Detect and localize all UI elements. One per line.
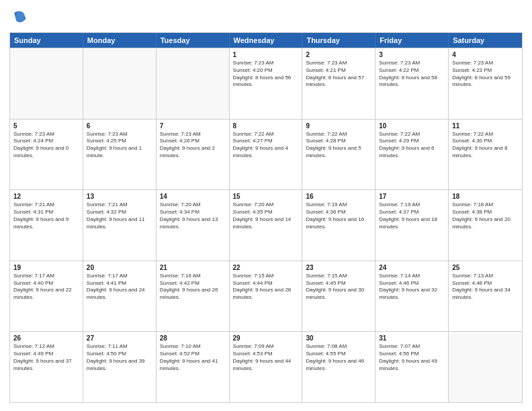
day-cell-12: 12Sunrise: 7:21 AM Sunset: 4:31 PM Dayli…	[10, 190, 83, 261]
day-details: Sunrise: 7:16 AM Sunset: 4:42 PM Dayligh…	[160, 273, 226, 302]
day-cell-4: 4Sunrise: 7:23 AM Sunset: 4:23 PM Daylig…	[449, 48, 522, 119]
weekday-header-monday: Monday	[83, 33, 157, 48]
day-details: Sunrise: 7:13 AM Sunset: 4:48 PM Dayligh…	[452, 273, 519, 302]
day-details: Sunrise: 7:09 AM Sunset: 4:53 PM Dayligh…	[233, 343, 299, 372]
day-details: Sunrise: 7:23 AM Sunset: 4:22 PM Dayligh…	[379, 60, 445, 89]
calendar-row-1: 1Sunrise: 7:23 AM Sunset: 4:20 PM Daylig…	[10, 48, 522, 119]
day-details: Sunrise: 7:17 AM Sunset: 4:40 PM Dayligh…	[13, 273, 79, 302]
day-number: 13	[87, 193, 152, 200]
day-details: Sunrise: 7:19 AM Sunset: 4:37 PM Dayligh…	[379, 201, 445, 230]
day-cell-22: 22Sunrise: 7:15 AM Sunset: 4:44 PM Dayli…	[230, 261, 303, 332]
day-number: 8	[233, 122, 299, 130]
day-cell-6: 6Sunrise: 7:23 AM Sunset: 4:25 PM Daylig…	[83, 120, 157, 190]
day-number: 25	[452, 264, 519, 271]
day-number: 29	[233, 334, 299, 342]
day-cell-11: 11Sunrise: 7:22 AM Sunset: 4:30 PM Dayli…	[449, 120, 522, 190]
day-cell-27: 27Sunrise: 7:11 AM Sunset: 4:50 PM Dayli…	[83, 332, 157, 402]
day-number: 10	[379, 122, 445, 130]
day-details: Sunrise: 7:23 AM Sunset: 4:21 PM Dayligh…	[306, 60, 371, 89]
day-number: 5	[13, 122, 79, 130]
day-number: 15	[233, 193, 299, 200]
day-cell-20: 20Sunrise: 7:17 AM Sunset: 4:41 PM Dayli…	[83, 261, 157, 332]
day-details: Sunrise: 7:23 AM Sunset: 4:26 PM Dayligh…	[160, 131, 226, 160]
day-cell-10: 10Sunrise: 7:22 AM Sunset: 4:29 PM Dayli…	[375, 120, 449, 190]
day-details: Sunrise: 7:23 AM Sunset: 4:20 PM Dayligh…	[233, 60, 299, 89]
day-number: 12	[13, 193, 79, 200]
day-cell-5: 5Sunrise: 7:23 AM Sunset: 4:24 PM Daylig…	[10, 120, 83, 190]
day-number: 22	[233, 264, 299, 271]
day-number: 26	[13, 334, 79, 342]
day-cell-2: 2Sunrise: 7:23 AM Sunset: 4:21 PM Daylig…	[302, 48, 375, 119]
day-cell-25: 25Sunrise: 7:13 AM Sunset: 4:48 PM Dayli…	[449, 261, 522, 332]
logo-icon	[9, 8, 28, 27]
empty-cell	[157, 48, 230, 119]
empty-cell	[449, 332, 522, 402]
day-number: 23	[306, 264, 371, 271]
day-cell-14: 14Sunrise: 7:20 AM Sunset: 4:34 PM Dayli…	[157, 190, 230, 261]
day-cell-16: 16Sunrise: 7:19 AM Sunset: 4:36 PM Dayli…	[302, 190, 375, 261]
day-details: Sunrise: 7:22 AM Sunset: 4:29 PM Dayligh…	[379, 131, 445, 160]
day-cell-31: 31Sunrise: 7:07 AM Sunset: 4:56 PM Dayli…	[375, 332, 449, 402]
header	[9, 8, 523, 27]
logo	[9, 8, 31, 27]
day-details: Sunrise: 7:17 AM Sunset: 4:41 PM Dayligh…	[87, 273, 152, 302]
day-cell-1: 1Sunrise: 7:23 AM Sunset: 4:20 PM Daylig…	[230, 48, 303, 119]
day-details: Sunrise: 7:21 AM Sunset: 4:32 PM Dayligh…	[87, 201, 152, 230]
day-cell-15: 15Sunrise: 7:20 AM Sunset: 4:35 PM Dayli…	[230, 190, 303, 261]
day-details: Sunrise: 7:23 AM Sunset: 4:23 PM Dayligh…	[452, 60, 519, 89]
day-number: 18	[452, 193, 519, 200]
day-number: 3	[379, 51, 445, 58]
day-cell-13: 13Sunrise: 7:21 AM Sunset: 4:32 PM Dayli…	[83, 190, 157, 261]
day-cell-17: 17Sunrise: 7:19 AM Sunset: 4:37 PM Dayli…	[375, 190, 449, 261]
page: SundayMondayTuesdayWednesdayThursdayFrid…	[0, 0, 532, 411]
day-details: Sunrise: 7:21 AM Sunset: 4:31 PM Dayligh…	[13, 201, 79, 230]
day-details: Sunrise: 7:23 AM Sunset: 4:25 PM Dayligh…	[87, 131, 152, 160]
day-cell-28: 28Sunrise: 7:10 AM Sunset: 4:52 PM Dayli…	[157, 332, 230, 402]
day-cell-26: 26Sunrise: 7:12 AM Sunset: 4:49 PM Dayli…	[10, 332, 83, 402]
calendar-row-5: 26Sunrise: 7:12 AM Sunset: 4:49 PM Dayli…	[10, 331, 522, 402]
day-details: Sunrise: 7:10 AM Sunset: 4:52 PM Dayligh…	[160, 343, 226, 372]
weekday-header-sunday: Sunday	[10, 33, 83, 48]
weekday-header-wednesday: Wednesday	[230, 33, 303, 48]
day-details: Sunrise: 7:20 AM Sunset: 4:35 PM Dayligh…	[233, 201, 299, 230]
day-number: 14	[160, 193, 226, 200]
day-details: Sunrise: 7:07 AM Sunset: 4:56 PM Dayligh…	[379, 343, 445, 372]
day-details: Sunrise: 7:18 AM Sunset: 4:38 PM Dayligh…	[452, 201, 519, 230]
calendar-row-3: 12Sunrise: 7:21 AM Sunset: 4:31 PM Dayli…	[10, 189, 522, 261]
day-number: 30	[306, 334, 371, 342]
day-details: Sunrise: 7:14 AM Sunset: 4:46 PM Dayligh…	[379, 273, 445, 302]
day-cell-7: 7Sunrise: 7:23 AM Sunset: 4:26 PM Daylig…	[157, 120, 230, 190]
calendar-header: SundayMondayTuesdayWednesdayThursdayFrid…	[10, 33, 522, 48]
day-cell-18: 18Sunrise: 7:18 AM Sunset: 4:38 PM Dayli…	[449, 190, 522, 261]
day-details: Sunrise: 7:11 AM Sunset: 4:50 PM Dayligh…	[87, 343, 152, 372]
day-cell-24: 24Sunrise: 7:14 AM Sunset: 4:46 PM Dayli…	[375, 261, 449, 332]
day-number: 21	[160, 264, 226, 271]
weekday-header-saturday: Saturday	[449, 33, 522, 48]
day-cell-19: 19Sunrise: 7:17 AM Sunset: 4:40 PM Dayli…	[10, 261, 83, 332]
day-details: Sunrise: 7:22 AM Sunset: 4:30 PM Dayligh…	[452, 131, 519, 160]
day-details: Sunrise: 7:19 AM Sunset: 4:36 PM Dayligh…	[306, 201, 371, 230]
day-cell-23: 23Sunrise: 7:15 AM Sunset: 4:45 PM Dayli…	[302, 261, 375, 332]
calendar-body: 1Sunrise: 7:23 AM Sunset: 4:20 PM Daylig…	[10, 48, 522, 402]
day-number: 2	[306, 51, 371, 58]
day-details: Sunrise: 7:08 AM Sunset: 4:55 PM Dayligh…	[306, 343, 371, 372]
day-number: 19	[13, 264, 79, 271]
day-number: 11	[452, 122, 519, 130]
day-details: Sunrise: 7:15 AM Sunset: 4:45 PM Dayligh…	[306, 273, 371, 302]
day-details: Sunrise: 7:12 AM Sunset: 4:49 PM Dayligh…	[13, 343, 79, 372]
day-details: Sunrise: 7:20 AM Sunset: 4:34 PM Dayligh…	[160, 201, 226, 230]
day-number: 27	[87, 334, 152, 342]
calendar-row-4: 19Sunrise: 7:17 AM Sunset: 4:40 PM Dayli…	[10, 261, 522, 332]
day-details: Sunrise: 7:15 AM Sunset: 4:44 PM Dayligh…	[233, 273, 299, 302]
weekday-header-friday: Friday	[375, 33, 449, 48]
day-number: 4	[452, 51, 519, 58]
calendar-row-2: 5Sunrise: 7:23 AM Sunset: 4:24 PM Daylig…	[10, 119, 522, 190]
day-number: 7	[160, 122, 226, 130]
day-cell-29: 29Sunrise: 7:09 AM Sunset: 4:53 PM Dayli…	[230, 332, 303, 402]
day-number: 1	[233, 51, 299, 58]
day-number: 16	[306, 193, 371, 200]
empty-cell	[83, 48, 157, 119]
day-number: 28	[160, 334, 226, 342]
day-number: 31	[379, 334, 445, 342]
weekday-header-thursday: Thursday	[302, 33, 375, 48]
